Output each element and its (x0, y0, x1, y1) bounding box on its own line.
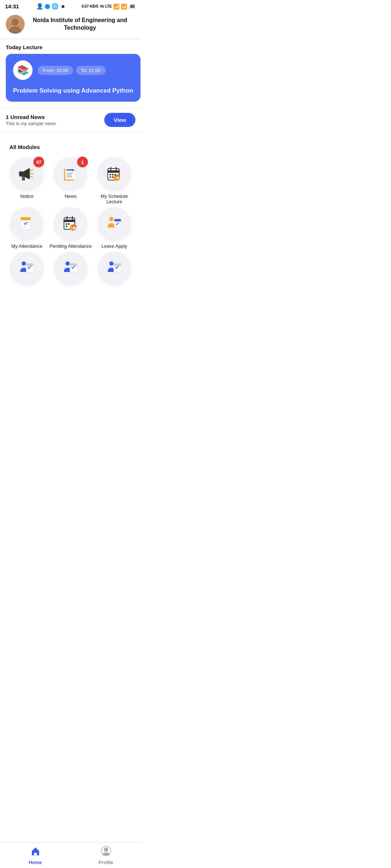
svg-line-8 (30, 176, 33, 178)
module7-icon (18, 259, 36, 277)
news-subtitle: This is my sample news (6, 121, 56, 126)
schedule-icon: ⏰ (105, 165, 123, 183)
network-type: Vo LTE (100, 4, 112, 8)
svg-rect-22 (109, 174, 111, 175)
lecture-books-icon: 📚 (13, 60, 33, 80)
notice-label: Notice (20, 193, 34, 199)
module9-icon-circle (98, 252, 131, 285)
leave-label: Leave Apply (101, 243, 127, 249)
all-modules-label: All Modules (4, 139, 138, 154)
news-banner: 1 Unread News This is my sample news Vie… (0, 107, 141, 132)
svg-rect-26 (112, 176, 113, 178)
module8-icon (62, 259, 80, 277)
svg-text:⏰: ⏰ (115, 175, 120, 180)
leave-icon (105, 215, 123, 233)
svg-rect-3 (19, 171, 24, 176)
to-time: To: 11:00 (76, 66, 106, 75)
status-right: 0.67 KB/S Vo LTE 📶 📶 46 (82, 4, 136, 9)
module-attendance[interactable]: My Attendance (6, 207, 48, 249)
signal-icon: 📶 (113, 4, 119, 9)
lecture-title: Problem Solving using Advanced Python (13, 87, 133, 94)
news-badge: 1 (77, 157, 88, 167)
module-pending[interactable]: ⏰ Pending Attendance (50, 207, 92, 249)
today-lecture-label: Today Lecture (0, 39, 141, 54)
modules-grid: 47 Notice News 1 News (4, 154, 138, 292)
svg-rect-15 (66, 176, 72, 178)
lecture-times: From: 10:00 To: 11:00 (38, 66, 106, 75)
battery-icon: 46 (129, 4, 136, 9)
module-7[interactable] (6, 252, 48, 288)
svg-text:⏰: ⏰ (72, 225, 77, 230)
svg-rect-40 (66, 226, 67, 227)
schedule-icon-circle: ⏰ (98, 157, 131, 191)
svg-point-1 (12, 18, 19, 26)
svg-point-50 (66, 261, 70, 266)
module9-icon (105, 259, 123, 277)
module-notice[interactable]: 47 Notice (6, 157, 48, 204)
lecture-card-top: 📚 From: 10:00 To: 11:00 (13, 60, 133, 80)
view-news-button[interactable]: View (104, 113, 135, 127)
svg-rect-17 (108, 170, 119, 173)
status-time: 14:31 (5, 3, 19, 9)
pending-icon: ⏰ (62, 215, 80, 233)
svg-rect-49 (26, 264, 34, 266)
chrome-icon: 🌐 (51, 3, 59, 10)
svg-rect-52 (70, 264, 77, 266)
module-8[interactable] (50, 252, 92, 288)
avatar-svg (6, 15, 25, 34)
signal-bars: 📶 (121, 4, 127, 9)
svg-rect-55 (114, 264, 121, 266)
status-icons: 👤 🌐 (36, 3, 64, 10)
svg-point-47 (22, 261, 26, 266)
status-bar: 14:31 👤 🌐 0.67 KB/S Vo LTE 📶 📶 46 (0, 0, 141, 11)
svg-rect-23 (112, 174, 113, 175)
svg-point-41 (109, 217, 113, 221)
svg-rect-28 (21, 217, 31, 220)
module-news[interactable]: News 1 News (50, 157, 92, 204)
attendance-icon (18, 215, 36, 233)
dot-dark-icon (62, 5, 64, 8)
lecture-card[interactable]: 📚 From: 10:00 To: 11:00 Problem Solving … (6, 54, 140, 102)
avatar (6, 15, 25, 34)
svg-text:News: News (67, 170, 72, 172)
avatar-image (6, 15, 25, 34)
module-9[interactable] (93, 252, 135, 288)
news-icon-circle: News 1 (54, 157, 87, 191)
svg-rect-24 (114, 174, 116, 175)
module8-icon-circle (54, 252, 87, 285)
svg-rect-25 (109, 176, 111, 178)
schedule-label: My Schedule Lecture (93, 193, 135, 204)
attendance-icon-circle (10, 207, 43, 241)
notice-badge: 47 (33, 157, 44, 167)
modules-section: All Modules 47 Notice (0, 134, 141, 292)
lecture-scroll: 📚 From: 10:00 To: 11:00 Problem Solving … (0, 54, 141, 107)
svg-rect-43 (114, 219, 121, 222)
news-title: 1 Unread News (6, 114, 56, 120)
svg-line-6 (30, 170, 33, 171)
attendance-label: My Attendance (11, 243, 42, 249)
header: Noida Institute of Engineering and Techn… (0, 11, 141, 39)
leave-icon-circle (98, 207, 131, 241)
from-time: From: 10:00 (38, 66, 73, 75)
institute-name: Noida Institute of Engineering and Techn… (25, 17, 135, 32)
pending-icon-circle: ⏰ (54, 207, 87, 241)
svg-rect-13 (66, 173, 73, 174)
data-speed: 0.67 KB/S (82, 4, 98, 8)
module-leave[interactable]: Leave Apply (93, 207, 135, 249)
svg-rect-14 (66, 175, 72, 176)
svg-rect-5 (22, 176, 25, 181)
dot-blue-icon (45, 4, 50, 9)
svg-rect-38 (66, 223, 67, 225)
pending-label: Pending Attendance (50, 243, 92, 249)
module-schedule[interactable]: ⏰ My Schedule Lecture (93, 157, 135, 204)
notice-icon (18, 165, 36, 183)
person-icon: 👤 (36, 3, 43, 10)
news-icon: News (62, 165, 80, 183)
notice-icon-circle: 47 (10, 157, 43, 191)
svg-rect-33 (64, 220, 75, 222)
svg-rect-39 (68, 223, 70, 225)
svg-point-53 (109, 261, 113, 266)
news-text: 1 Unread News This is my sample news (6, 114, 56, 126)
news-label: News (65, 193, 77, 199)
module7-icon-circle (10, 252, 43, 285)
